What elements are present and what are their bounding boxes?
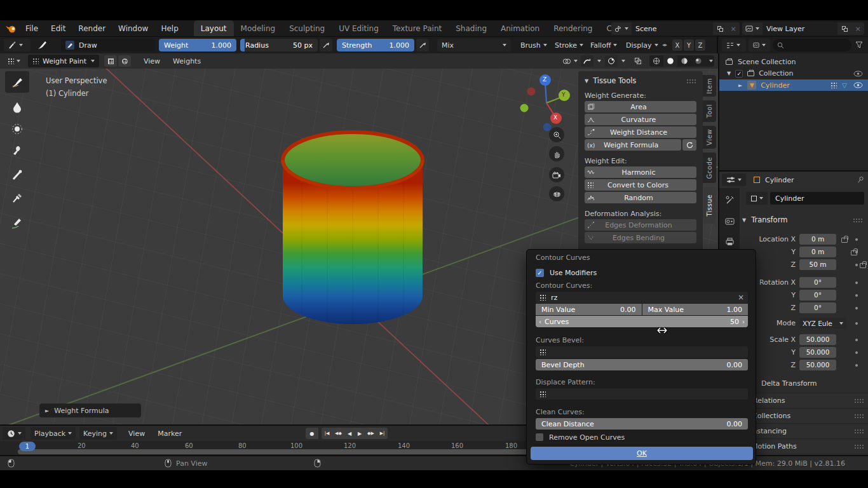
visibility-eye-icon[interactable] — [853, 82, 863, 88]
tool-selector-dropdown[interactable] — [4, 39, 31, 51]
outliner-row-cylinder[interactable]: ► ▼ Cylinder ▽ — [719, 79, 868, 91]
weights-menu[interactable]: Weights — [166, 53, 207, 69]
curvature-button[interactable]: Curvature — [585, 114, 696, 125]
weight-distance-button[interactable]: Weight Distance — [585, 126, 696, 138]
scale-z-animate-dot[interactable] — [855, 364, 858, 367]
rot-z-field[interactable]: 0° — [799, 302, 836, 313]
menu-help[interactable]: Help — [154, 20, 184, 36]
shading-rendered-button[interactable] — [691, 55, 705, 67]
radius-slider[interactable]: Radius50 px — [240, 39, 318, 51]
editor-type-button[interactable] — [3, 55, 25, 67]
menu-edit[interactable]: Edit — [44, 20, 72, 36]
keying-menu[interactable]: Keying — [79, 427, 117, 440]
view-layer-browse-button[interactable] — [742, 22, 763, 35]
use-modifiers-checkbox[interactable]: ✓ — [536, 269, 544, 277]
loc-x-animate-dot[interactable] — [855, 238, 858, 241]
gizmo-z-label[interactable]: Z — [543, 76, 546, 83]
tab-output[interactable] — [719, 233, 740, 250]
strength-pressure-toggle[interactable] — [416, 39, 429, 51]
blender-logo-icon[interactable] — [5, 24, 17, 33]
stroke-popover[interactable]: Stroke — [550, 39, 585, 51]
outliner-row-collection[interactable]: ▼ ✓ Collection — [719, 68, 868, 79]
sidebar-tab-item[interactable]: Item — [703, 75, 716, 97]
sidebar-tab-tissue[interactable]: Tissue — [703, 187, 716, 224]
scene-name-field[interactable]: Scene — [632, 22, 713, 35]
overlays-dropdown[interactable] — [559, 55, 581, 67]
playback-menu[interactable]: Playback — [31, 427, 76, 440]
view-layer-delete-button[interactable]: × — [851, 22, 864, 35]
brush-name-field[interactable]: Draw — [61, 39, 155, 51]
tool-annotate-button[interactable] — [5, 212, 29, 234]
rot-y-field[interactable]: 0° — [799, 290, 836, 301]
play-reverse-button[interactable]: ◀ — [344, 428, 355, 439]
timeline-marker-menu[interactable]: Marker — [151, 426, 188, 441]
mirror-z-toggle[interactable]: Z — [695, 39, 705, 51]
loc-y-field[interactable]: 0 m — [799, 247, 836, 257]
object-name-field[interactable]: Cylinder — [770, 192, 864, 205]
next-keyframe-button[interactable]: ◆▶ — [365, 428, 377, 439]
tool-smear-button[interactable] — [5, 141, 29, 160]
weight-slider[interactable]: Weight1.000 — [159, 39, 236, 51]
active-brush-icon[interactable] — [37, 40, 48, 50]
panel-drag-handle[interactable] — [686, 79, 696, 83]
displace-pattern-field[interactable] — [536, 388, 748, 400]
scale-x-field[interactable]: 50.000 — [799, 334, 836, 345]
auto-keying-record-button[interactable]: ● — [306, 428, 318, 439]
rotation-mode-dropdown[interactable]: XYZ Eule — [799, 318, 846, 329]
tool-draw-button[interactable] — [5, 71, 29, 93]
cylinder-object[interactable] — [273, 128, 432, 332]
shading-options-dropdown[interactable] — [705, 55, 714, 67]
harmonic-button[interactable]: Harmonic — [585, 166, 696, 178]
curves-count-slider[interactable]: ‹Curves 50› — [536, 316, 748, 327]
current-frame-indicator[interactable]: 1 — [19, 442, 36, 451]
mode-animate-dot[interactable] — [855, 322, 858, 325]
tool-sample-weight-button[interactable] — [5, 188, 29, 208]
random-button[interactable]: Random — [585, 192, 696, 203]
loc-z-field[interactable]: 50 m — [799, 259, 836, 270]
properties-editor-type-button[interactable] — [722, 173, 746, 186]
remove-open-curves-row[interactable]: Remove Open Curves — [536, 433, 625, 442]
edges-deformation-button[interactable]: Edges Deformation — [585, 219, 696, 231]
clean-distance-slider[interactable]: Clean Distance0.00 — [536, 418, 748, 430]
expand-icon[interactable]: ► — [738, 83, 742, 88]
strength-slider[interactable]: Strength1.000 — [337, 39, 414, 51]
object-data-dropdown[interactable] — [746, 192, 768, 205]
min-value-field[interactable]: Min Value0.00 — [536, 304, 642, 315]
remove-curve-button[interactable]: × — [738, 293, 744, 302]
tool-average-button[interactable] — [5, 119, 29, 139]
rot-x-animate-dot[interactable] — [855, 281, 858, 284]
mode-dropdown[interactable]: Weight Paint — [28, 55, 99, 67]
mirror-y-toggle[interactable]: Y — [684, 39, 694, 51]
workspace-tab-layout[interactable]: Layout — [194, 20, 234, 36]
menu-render[interactable]: Render — [72, 20, 112, 36]
jump-to-start-button[interactable]: |◀ — [322, 428, 332, 439]
menu-window[interactable]: Window — [112, 20, 154, 36]
gizmo-x-label[interactable]: X — [553, 114, 557, 121]
use-modifiers-row[interactable]: ✓ Use Modifiers — [536, 268, 597, 278]
ok-button[interactable]: OK — [531, 447, 753, 460]
snap-options-dropdown[interactable] — [593, 55, 602, 67]
timeline-editor-type-button[interactable] — [3, 427, 25, 440]
edges-bending-button[interactable]: Edges Bending — [585, 232, 696, 243]
scene-delete-button[interactable]: × — [727, 22, 740, 35]
jump-to-end-button[interactable]: ▶| — [377, 428, 388, 439]
tab-tool[interactable] — [719, 191, 740, 208]
gizmo-y-label[interactable]: Y — [562, 92, 566, 98]
show-overlays-toggle[interactable] — [632, 55, 644, 67]
workspace-tab-animation[interactable]: Animation — [494, 20, 546, 36]
rot-z-animate-dot[interactable] — [855, 307, 858, 309]
loc-x-field[interactable]: 0 m — [799, 234, 836, 245]
workspace-tab-uv-editing[interactable]: UV Editing — [332, 20, 386, 36]
rot-y-animate-dot[interactable] — [855, 294, 858, 297]
scale-x-animate-dot[interactable] — [855, 339, 858, 341]
curves-bevel-field[interactable] — [536, 346, 748, 358]
visibility-eye-icon[interactable] — [853, 71, 863, 77]
operator-redo-panel[interactable]: ►Weight Formula — [39, 403, 141, 417]
convert-to-colors-button[interactable]: Convert to Colors — [585, 179, 696, 191]
outliner-filter-dropdown[interactable] — [722, 39, 746, 51]
outliner-row-scene-collection[interactable]: Scene Collection — [719, 57, 868, 67]
max-value-field[interactable]: Max Value1.00 — [642, 304, 749, 315]
delta-transform-panel[interactable]: Delta Transform — [761, 379, 817, 388]
workspace-tab-rendering[interactable]: Rendering — [546, 20, 599, 36]
pin-icon[interactable] — [857, 176, 864, 184]
